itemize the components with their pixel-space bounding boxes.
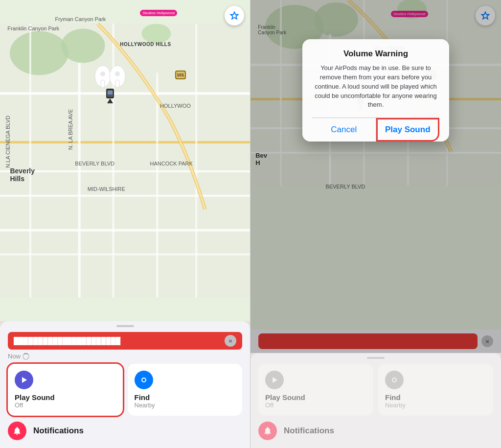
dialog-body: Your AirPods may be in use. Be sure to r… — [312, 64, 439, 110]
r-play-sound-title: Play Sound — [265, 393, 366, 401]
svg-rect-14 — [195, 24, 197, 298]
la-brea-label: N. LA BREA AVE — [68, 109, 73, 150]
r-play-sound-icon-circle — [265, 371, 284, 389]
hollywood-label: HOLLYWOO — [160, 103, 191, 109]
hollywood-hills-label: HOLLYWOOD HILLS — [120, 42, 171, 47]
sheet-close-button[interactable]: × — [225, 335, 236, 347]
r-sheet-handle — [367, 357, 385, 359]
hancock-park-label: HANCOCK PARK — [150, 161, 193, 166]
svg-rect-17 — [101, 80, 105, 88]
left-map: Studios Hollywood Franklin Canyon Park F… — [0, 0, 250, 321]
beverly-hills-label: BeverlyHills — [10, 167, 35, 183]
svg-point-47 — [393, 378, 396, 381]
find-card[interactable]: Find Nearby — [128, 364, 243, 416]
svg-point-19 — [100, 71, 105, 76]
fryman-label: Fryman Canyon Park — [55, 16, 106, 22]
svg-point-1 — [10, 31, 68, 75]
now-label: Now — [0, 353, 250, 364]
svg-rect-11 — [78, 63, 81, 297]
notifications-section: Notifications — [0, 422, 250, 440]
right-action-grid: Play Sound Off Find Nearby — [250, 364, 501, 416]
svg-point-3 — [141, 24, 171, 44]
r-play-sound-card[interactable]: Play Sound Off — [258, 364, 373, 416]
play-sound-card[interactable]: Play Sound Off — [8, 364, 123, 416]
device-name-text: ██████████████████████ — [14, 337, 225, 345]
franklin-label: Franklin Canyon Park — [7, 25, 59, 31]
r-find-title: Find — [385, 393, 486, 401]
svg-rect-18 — [115, 80, 119, 88]
svg-point-20 — [115, 71, 120, 76]
notifications-label: Notifications — [33, 426, 84, 436]
svg-point-2 — [61, 29, 105, 63]
dialog-confirm-button[interactable]: Play Sound — [376, 118, 440, 141]
svg-rect-13 — [156, 72, 158, 297]
la-cienega-label: N.LA CIENEGA BLVD — [5, 116, 11, 168]
svg-rect-6 — [0, 170, 250, 172]
volume-warning-dialog: Volume Warning Your AirPods may be in us… — [302, 39, 449, 141]
left-phone-panel: Studios Hollywood Franklin Canyon Park F… — [0, 0, 250, 448]
play-sound-subtitle: Off — [15, 401, 116, 409]
find-subtitle: Nearby — [135, 401, 236, 409]
r-notification-icon-circle — [258, 422, 277, 440]
r-play-sound-subtitle: Off — [265, 401, 366, 409]
find-icon-circle — [135, 371, 153, 389]
svg-point-26 — [142, 378, 145, 381]
mid-wilshire-label: MID-WILSHIRE — [88, 186, 125, 192]
svg-rect-23 — [108, 91, 113, 94]
play-sound-icon-circle — [15, 371, 33, 389]
svg-rect-7 — [0, 195, 250, 197]
dialog-cancel-button[interactable]: Cancel — [312, 118, 376, 141]
device-name-bar: ██████████████████████ × — [8, 332, 242, 350]
right-phone-panel: Studios Hollywood FranklinCanyon Park HO… — [250, 0, 501, 448]
svg-rect-10 — [29, 24, 31, 298]
r-find-subtitle: Nearby — [385, 401, 486, 409]
loading-spinner — [23, 353, 29, 360]
highway-101-badge: 101 — [175, 71, 186, 79]
airpods-map-marker — [91, 62, 130, 105]
r-find-icon-circle — [385, 371, 404, 389]
r-find-card[interactable]: Find Nearby — [378, 364, 493, 416]
svg-rect-5 — [0, 141, 250, 143]
dialog-title: Volume Warning — [312, 49, 439, 59]
beverly-blvd-label: BEVERLY BLVD — [75, 161, 114, 166]
play-sound-title: Play Sound — [15, 393, 116, 401]
right-bottom-sheet: Play Sound Off Find Nearby — [250, 353, 501, 448]
r-notifications-section: Notifications — [250, 422, 501, 440]
svg-rect-9 — [0, 254, 250, 256]
location-button[interactable] — [225, 6, 244, 25]
find-title: Find — [135, 393, 236, 401]
left-action-grid: Play Sound Off Find Nearby — [0, 364, 250, 416]
r-notifications-label: Notifications — [284, 426, 334, 436]
studios-label: Studios Hollywood — [140, 10, 177, 16]
svg-rect-8 — [0, 229, 250, 232]
notification-icon-circle — [8, 422, 26, 440]
left-bottom-sheet: ██████████████████████ × Now Play Sound … — [0, 321, 250, 448]
svg-marker-45 — [273, 377, 277, 383]
dialog-buttons: Cancel Play Sound — [312, 118, 439, 141]
sheet-handle — [116, 325, 134, 327]
dialog-overlay: Volume Warning Your AirPods may be in us… — [250, 0, 501, 353]
right-map: Studios Hollywood FranklinCanyon Park HO… — [250, 0, 501, 353]
svg-marker-24 — [22, 377, 27, 383]
